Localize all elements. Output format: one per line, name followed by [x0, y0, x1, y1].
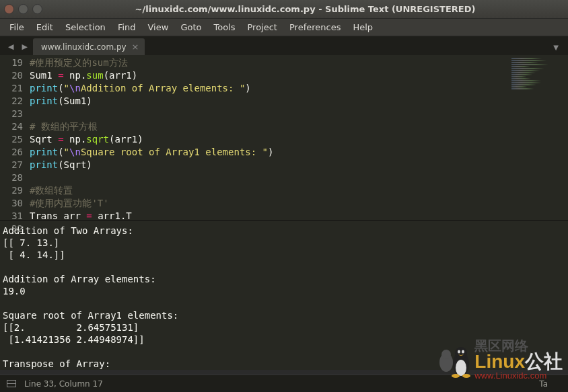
titlebar: ~/linuxidc.com/www.linuxidc.com.py - Sub… [0, 0, 568, 19]
build-output-panel[interactable]: Addition of Two Arrays: [[ 7. 13.] [ 4. … [0, 221, 568, 370]
code-line[interactable]: print(Sum1) [30, 95, 507, 108]
code-line[interactable]: Sqrt = np.sqrt(arr1) [30, 133, 507, 146]
code-line[interactable]: #使用预定义的sum方法 [30, 56, 507, 69]
cursor-position[interactable]: Line 33, Column 17 [24, 379, 103, 389]
window-title: ~/linuxidc.com/www.linuxidc.com.py - Sub… [46, 4, 564, 14]
menu-help[interactable]: Help [347, 20, 378, 34]
tab-close-icon[interactable]: × [132, 42, 139, 52]
menu-preferences[interactable]: Preferences [284, 20, 346, 34]
tab-dropdown-icon[interactable]: ▼ [551, 44, 565, 55]
minimap[interactable] [507, 55, 568, 220]
editor[interactable]: 1920212223242526272829303132 #使用预定义的sum方… [0, 55, 568, 220]
code-line[interactable]: print("\nAddition of Array elements: ") [30, 82, 507, 95]
menu-file[interactable]: File [4, 20, 30, 34]
tabbar: ◀ ▶ www.linuxidc.com.py × ▼ [0, 36, 568, 55]
line-number: 28 [0, 171, 23, 184]
file-tab[interactable]: www.linuxidc.com.py × [33, 38, 145, 55]
menu-tools[interactable]: Tools [208, 20, 240, 34]
line-number: 27 [0, 159, 23, 171]
nav-forward-icon[interactable]: ▶ [19, 41, 30, 52]
code-line[interactable]: #使用内置功能'T' [30, 197, 507, 210]
code-line[interactable]: print(Sqrt) [30, 159, 507, 171]
line-number: 20 [0, 69, 23, 82]
code-line[interactable]: print("\nSquare root of Array1 elements:… [30, 146, 507, 159]
code-content[interactable]: #使用预定义的sum方法Sum1 = np.sum(arr1)print("\n… [30, 55, 507, 220]
line-number: 21 [0, 82, 23, 95]
code-line[interactable] [30, 171, 507, 184]
line-number: 31 [0, 210, 23, 223]
panel-switcher-icon[interactable] [7, 380, 16, 387]
line-number: 24 [0, 120, 23, 133]
line-number: 32 [0, 223, 23, 235]
tab-label: www.linuxidc.com.py [41, 42, 127, 52]
tab-size-label[interactable]: Ta [539, 379, 548, 389]
line-number: 23 [0, 108, 23, 120]
line-number: 26 [0, 146, 23, 159]
statusbar: Line 33, Column 17 Ta [0, 375, 568, 392]
menubar: FileEditSelectionFindViewGotoToolsProjec… [0, 19, 568, 36]
menu-selection[interactable]: Selection [60, 20, 111, 34]
menu-goto[interactable]: Goto [175, 20, 207, 34]
line-number: 19 [0, 56, 23, 69]
menu-project[interactable]: Project [242, 20, 282, 34]
window-minimize-button[interactable] [18, 4, 28, 14]
window-close-button[interactable] [4, 4, 14, 14]
line-number: 22 [0, 95, 23, 108]
menu-edit[interactable]: Edit [31, 20, 59, 34]
code-line[interactable] [30, 108, 507, 120]
line-gutter: 1920212223242526272829303132 [0, 55, 30, 220]
window-maximize-button[interactable] [32, 4, 42, 14]
menu-view[interactable]: View [143, 20, 174, 34]
line-number: 25 [0, 133, 23, 146]
line-number: 29 [0, 184, 23, 197]
menu-find[interactable]: Find [112, 20, 141, 34]
code-line[interactable]: Trans_arr = arr1.T [30, 210, 507, 220]
code-line[interactable]: #数组转置 [30, 184, 507, 197]
nav-back-icon[interactable]: ◀ [5, 41, 16, 52]
code-line[interactable]: # 数组的平方根 [30, 120, 507, 133]
code-line[interactable]: Sum1 = np.sum(arr1) [30, 69, 507, 82]
line-number: 30 [0, 197, 23, 210]
